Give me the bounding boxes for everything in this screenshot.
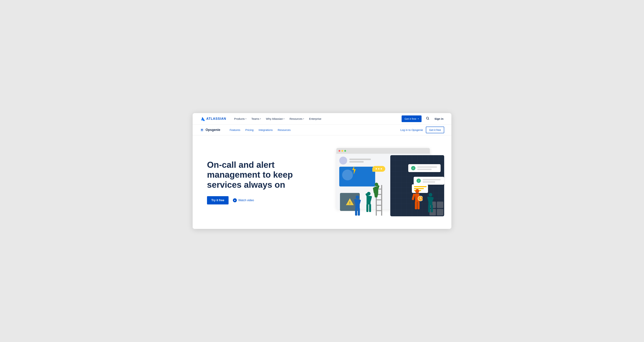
opsgenie-icon (200, 128, 204, 132)
text-line (422, 179, 440, 180)
svg-point-38 (429, 193, 432, 197)
svg-marker-17 (352, 166, 356, 175)
person-blue-figure (352, 194, 362, 216)
browser-dot-red (338, 150, 340, 152)
nav-enterprise[interactable]: Enterprise (307, 116, 324, 122)
text-line (422, 181, 435, 183)
svg-rect-10 (358, 208, 360, 216)
product-get-it-free-button[interactable]: Get it free (426, 127, 444, 133)
svg-rect-42 (428, 205, 430, 212)
chevron-down-icon: ▾ (284, 118, 284, 120)
clock-person-figure (412, 189, 422, 213)
gray-box (437, 202, 443, 208)
svg-rect-15 (366, 204, 368, 212)
get-it-free-button[interactable]: Get it free ▾ (402, 115, 422, 122)
svg-rect-36 (418, 201, 420, 209)
svg-rect-25 (376, 210, 382, 211)
yellow-line (414, 186, 426, 187)
nav-products[interactable]: Products ▾ (232, 116, 248, 122)
watch-video-button[interactable]: ▶ Watch video (233, 198, 254, 202)
person-dark-figure (426, 192, 435, 216)
atlassian-logo-text: ATLASSIAN (206, 117, 226, 121)
check-icon: ✓ (411, 166, 416, 170)
chat-dot (376, 168, 377, 170)
svg-rect-16 (369, 204, 371, 212)
atlassian-logo[interactable]: ATLASSIAN (200, 116, 226, 121)
svg-point-32 (415, 189, 419, 193)
product-nav-pricing[interactable]: Pricing (243, 127, 256, 133)
blue-card (339, 167, 375, 186)
nav-teams[interactable]: Teams ▾ (249, 116, 263, 122)
svg-rect-37 (412, 193, 416, 200)
nav-resources[interactable]: Resources ▾ (287, 116, 306, 122)
svg-rect-24 (376, 205, 382, 206)
check-icon: ✓ (416, 179, 421, 183)
browser-window: ATLASSIAN Products ▾ Teams ▾ Why Atlassi… (192, 113, 452, 229)
top-nav-links: Products ▾ Teams ▾ Why Atlassian ▾ Resou… (232, 116, 402, 122)
text-line (417, 169, 432, 170)
browser-bar (336, 148, 430, 154)
profile-lines (349, 159, 371, 163)
play-icon: ▶ (233, 198, 237, 202)
product-nav-resources[interactable]: Resources (276, 127, 293, 133)
hero-illustration: ! (314, 148, 444, 216)
profile-avatar (339, 157, 347, 165)
chat-bubble (372, 166, 385, 172)
text-line (349, 161, 364, 163)
sign-in-button[interactable]: Sign in (434, 116, 444, 122)
product-name: Opsgenie (206, 128, 220, 132)
browser-dot-yellow (342, 150, 343, 152)
browser-dot-green (344, 150, 346, 152)
person-green-figure (372, 182, 381, 198)
chevron-down-icon: ▾ (246, 118, 246, 120)
chevron-down-icon: ▾ (418, 118, 419, 120)
svg-point-2 (202, 129, 202, 130)
text-line (349, 159, 371, 160)
illustration-container: ! (333, 148, 444, 216)
search-icon (426, 117, 430, 120)
search-button[interactable] (424, 115, 431, 122)
chevron-down-icon: ▾ (260, 118, 261, 120)
svg-text:!: ! (349, 201, 350, 205)
hero-section: On-call and alert management to keep ser… (192, 135, 452, 229)
svg-rect-43 (431, 205, 433, 212)
hero-title: On-call and alert management to keep ser… (207, 160, 314, 190)
atlassian-logo-icon (200, 116, 205, 121)
chat-dot (378, 168, 380, 170)
chat-dot (380, 168, 382, 170)
check-card-1: ✓ (408, 164, 440, 172)
top-navigation: ATLASSIAN Products ▾ Teams ▾ Why Atlassi… (192, 113, 452, 125)
nav-why-atlassian[interactable]: Why Atlassian ▾ (264, 116, 286, 122)
try-it-free-button[interactable]: Try it free (207, 196, 228, 204)
svg-rect-23 (376, 199, 382, 200)
check-lines (422, 179, 440, 183)
product-nav-links: Features Pricing Integrations Resources (228, 127, 400, 133)
svg-rect-35 (415, 201, 417, 209)
check-card-2: ✓ (414, 177, 444, 185)
product-navigation: Opsgenie Features Pricing Integrations R… (192, 125, 452, 135)
svg-point-5 (356, 195, 359, 199)
text-line (417, 166, 437, 168)
product-nav-right: Log in to Opsgenie Get it free (400, 127, 444, 133)
check-lines (417, 166, 437, 170)
chevron-down-icon: ▾ (303, 118, 304, 120)
hero-content: On-call and alert management to keep ser… (207, 160, 314, 204)
top-nav-right: Get it free ▾ Sign in (402, 115, 444, 122)
hero-buttons: Try it free ▶ Watch video (207, 196, 314, 204)
product-nav-features[interactable]: Features (228, 127, 242, 133)
log-in-link[interactable]: Log in to Opsgenie (400, 128, 423, 131)
opsgenie-logo: Opsgenie (200, 128, 220, 132)
svg-rect-9 (355, 208, 357, 216)
lightning-icon (351, 166, 357, 175)
gray-box (437, 209, 443, 215)
product-nav-integrations[interactable]: Integrations (256, 127, 275, 133)
